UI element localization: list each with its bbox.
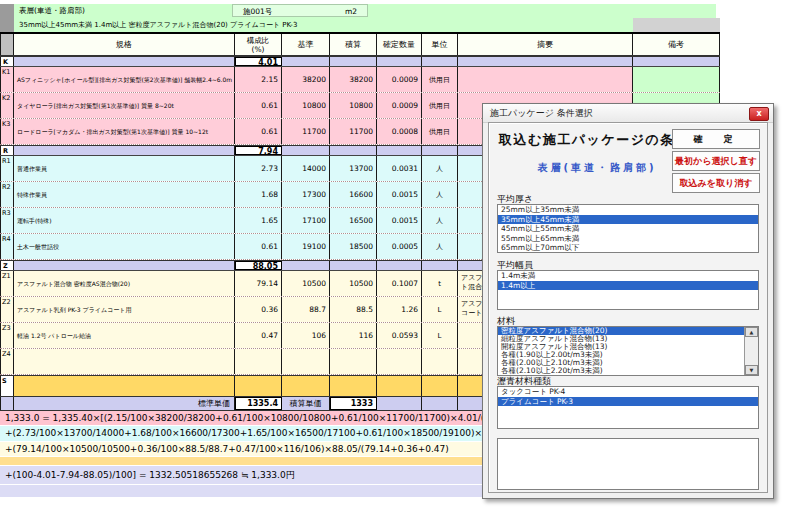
cell-spec [14,376,235,396]
list-item[interactable]: 25mm以上35mm未満 [498,205,758,215]
cell-est: 18500 [330,234,377,259]
cell-est: 38200 [330,67,377,92]
header-gray-patch [633,18,720,32]
list-item[interactable]: 各種(2.00以上2.10t/m3未満) [498,359,745,367]
thickness-listbox[interactable]: 25mm以上35mm未満 35mm以上45mm未満 45mm以上55mm未満 5… [497,204,759,253]
cell-unit [422,397,458,410]
cell-ratio: 0.61 [235,234,282,259]
cell-code: Z4 [0,349,14,374]
cell-unit [422,261,458,270]
cell-qty: 0.0015 [377,182,422,207]
list-item[interactable]: 細粒度アスファルト混合物(13) [498,335,745,343]
col-unit: 単位 [422,34,458,55]
cell-spec: タイヤローラ[排出ガス対策型(第1次基準値)] 質量 8~20t [14,93,235,118]
scrollbar[interactable]: ▲ ▼ [744,327,758,375]
cell-est [330,57,377,66]
sheet-subtitle: 35mm以上45mm未満 1.4m以上 密粒度アスファルト混合物(20) プライ… [19,18,297,32]
cell-unit: L [422,297,458,322]
cell-unit [422,349,458,374]
cell-base: 17300 [282,182,330,207]
cell-unit: 人 [422,182,458,207]
list-item-selected[interactable]: 密粒度アスファルト混合物(20) [498,327,745,335]
cell-remark [633,67,720,92]
doc-number-box: 施001号 m2 [232,4,368,17]
standard-price-label: 標準単価 [14,397,235,410]
cell-qty [377,376,422,396]
list-item[interactable]: 各種(1.90以上2.00t/m3未満) [498,351,745,359]
cell-code [0,397,14,410]
bitumen-type-listbox[interactable]: タックコート PK-4 プライムコート PK-3 [497,386,759,429]
cell-est: 16500 [330,208,377,233]
cell-ratio: 79.14 [235,271,282,296]
cell-ratio: 4.01 [235,57,282,66]
cell-code: K3 [0,119,14,144]
cell-base: 10500 [282,271,330,296]
material-listbox[interactable]: 密粒度アスファルト混合物(20) 細粒度アスファルト混合物(13) 開粒度アスフ… [497,326,759,376]
scroll-up-icon[interactable]: ▲ [745,327,758,337]
cell-unit: 供用日 [422,119,458,144]
cell-spec: アスファルト乳剤 PK-3 プライムコート用 [14,297,235,322]
list-item[interactable]: 65mm以上70mm以下 [498,243,758,253]
cell-code-header [0,34,14,55]
cell-code: R1 [0,156,14,181]
cell-code: Z [0,261,14,270]
col-note: 摘要 [458,34,633,55]
sheet-title-row: 表層(車道・路肩部) 施001号 m2 [14,4,716,18]
width-listbox[interactable]: 1.4m未満 1.4m以上 [497,270,759,310]
cell-spec [14,349,235,374]
list-item[interactable]: タックコート PK-4 [498,387,758,397]
estimate-price-label: 積算単価 [282,397,330,410]
list-item-selected[interactable]: プライムコート PK-3 [498,397,758,407]
list-item[interactable]: 開粒度アスファルト混合物(13) [498,343,745,351]
cell-unit [422,57,458,66]
list-item[interactable]: 55mm以上65mm未満 [498,234,758,244]
column-header-row: 規格 構成比(%) 基準 積算 確定数量 単位 摘要 備考 [0,32,720,56]
cell-unit [422,146,458,155]
cell-qty: 0.1007 [377,271,422,296]
list-item[interactable]: 各種(2.10以上2.20t/m3未満) [498,367,745,375]
cell-qty: 0.0005 [377,234,422,259]
cell-spec [14,146,235,155]
package-condition-dialog: 施工パッケージ 条件選択 x 取込む施工パッケージの条件選択 表層(車道・路肩部… [482,103,774,499]
cell-est: 10500 [330,271,377,296]
doc-number: 施001号 [243,5,272,16]
cell-spec: 特殊作業員 [14,182,235,207]
cell-base [282,261,330,270]
dialog-titlebar[interactable]: 施工パッケージ 条件選択 [483,104,773,123]
cell-ratio: 7.94 [235,146,282,155]
cell-ratio: 0.61 [235,119,282,144]
scroll-down-icon[interactable]: ▼ [745,365,758,375]
cell-qty: 0.0008 [377,119,422,144]
cell-unit: 供用日 [422,93,458,118]
cell-est: 13700 [330,156,377,181]
cell-spec [14,57,235,66]
cell-est: 11700 [330,119,377,144]
empty-listbox[interactable] [497,438,759,490]
cancel-import-button[interactable]: 取込みを取り消す [672,173,760,193]
list-item-selected[interactable]: 1.4m以上 [498,281,758,291]
cell-est [330,146,377,155]
list-item[interactable]: 1.4m未満 [498,271,758,281]
section-row-K: K 4.01 [0,56,720,67]
cell-qty: 0.0593 [377,323,422,348]
cell-ratio [235,376,282,396]
sheet-subtitle-row: 35mm以上45mm未満 1.4m以上 密粒度アスファルト混合物(20) プライ… [14,18,633,32]
cell-spec [14,261,235,270]
dialog-subtitle: 表層(車道・路肩部) [507,161,687,175]
estimate-app: 表層(車道・路肩部) 施001号 m2 35mm以上45mm未満 1.4m以上 … [0,0,800,516]
cell-qty [377,397,422,410]
cell-est [330,376,377,396]
cell-base: 38200 [282,67,330,92]
close-icon[interactable]: x [749,107,769,121]
confirm-button[interactable]: 確 定 [672,129,760,149]
cell-ratio: 0.61 [235,93,282,118]
list-item-selected[interactable]: 35mm以上45mm未満 [498,215,758,225]
cell-spec: 運転手(特殊) [14,208,235,233]
reselect-button[interactable]: 最初から選択し直す [672,151,760,171]
cell-qty: 0.0009 [377,93,422,118]
list-item[interactable]: 45mm以上55mm未満 [498,224,758,234]
standard-price-value: 1335.4 [235,397,282,410]
cell-base: 11700 [282,119,330,144]
cell-unit [422,376,458,396]
cell-ratio: 2.73 [235,156,282,181]
